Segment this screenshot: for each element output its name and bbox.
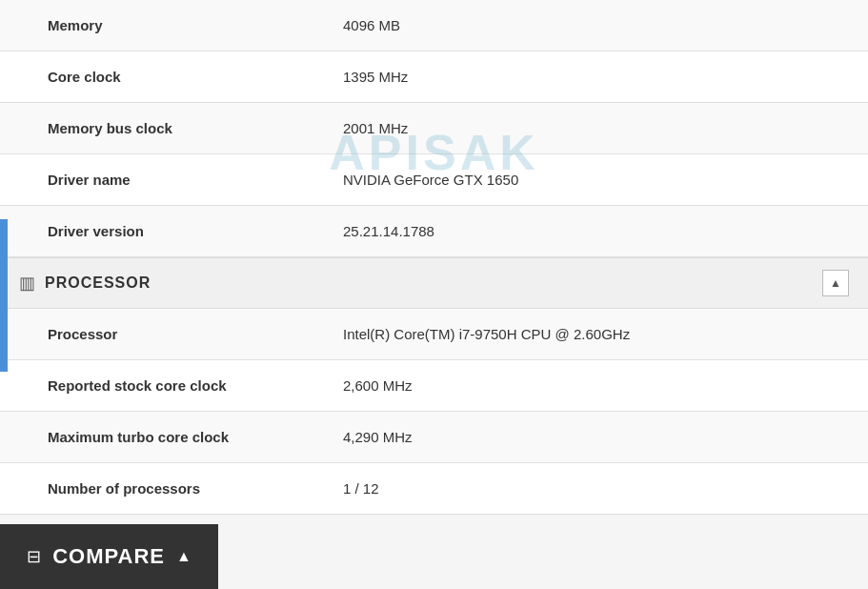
processor-row-value: 4,290 MHz [324,412,868,463]
gpu-table: Memory 4096 MB Core clock 1395 MHz Memor… [0,0,868,257]
gpu-table-row: Memory 4096 MB [0,0,868,51]
gpu-row-label: Driver version [0,206,324,257]
processor-table-row: Maximum turbo core clock 4,290 MHz [0,412,868,463]
main-content: Memory 4096 MB Core clock 1395 MHz Memor… [0,0,868,515]
gpu-row-label: Core clock [0,51,324,103]
compare-bar[interactable]: ⊟ COMPARE ▲ [0,524,218,589]
processor-table-row: Processor Intel(R) Core(TM) i7-9750H CPU… [0,309,868,360]
processor-table-row: Number of processors 1 / 12 [0,463,868,515]
gpu-row-label: Memory bus clock [0,103,324,154]
compare-label: COMPARE [52,544,165,569]
processor-table: Processor Intel(R) Core(TM) i7-9750H CPU… [0,309,868,515]
gpu-row-label: Memory [0,0,324,51]
processor-section-header: ▥ PROCESSOR ▲ [0,257,868,309]
processor-row-label: Processor [0,309,324,360]
processor-section-title: PROCESSOR [45,274,151,292]
collapse-button[interactable]: ▲ [822,270,849,296]
cpu-icon: ▥ [19,273,35,294]
processor-row-label: Reported stock core clock [0,360,324,412]
left-accent-bar [0,219,8,372]
gpu-row-label: Driver name [0,154,324,206]
gpu-table-row: Driver name NVIDIA GeForce GTX 1650 [0,154,868,206]
gpu-row-value: 1395 MHz [324,51,868,103]
processor-row-label: Maximum turbo core clock [0,412,324,463]
processor-row-label: Number of processors [0,463,324,515]
gpu-row-value: NVIDIA GeForce GTX 1650 [324,154,868,206]
gpu-table-row: Memory bus clock 2001 MHz [0,103,868,154]
compare-arrow-icon: ▲ [176,548,192,565]
section-header-left: ▥ PROCESSOR [19,273,151,294]
compare-icon: ⊟ [27,546,41,567]
processor-row-value: 2,600 MHz [324,360,868,412]
gpu-row-value: 2001 MHz [324,103,868,154]
gpu-row-value: 4096 MB [324,0,868,51]
gpu-row-value: 25.21.14.1788 [324,206,868,257]
gpu-table-row: Core clock 1395 MHz [0,51,868,103]
gpu-table-row: Driver version 25.21.14.1788 [0,206,868,257]
processor-table-row: Reported stock core clock 2,600 MHz [0,360,868,412]
processor-row-value: Intel(R) Core(TM) i7-9750H CPU @ 2.60GHz [324,309,868,360]
processor-row-value: 1 / 12 [324,463,868,515]
